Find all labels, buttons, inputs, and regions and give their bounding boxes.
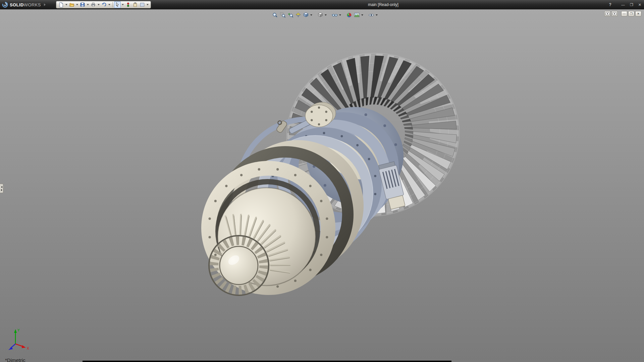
- view-orientation-button[interactable]: [303, 12, 309, 18]
- previous-view-icon: [287, 12, 293, 18]
- select-cursor-icon: [115, 2, 120, 7]
- open-button[interactable]: [68, 1, 75, 8]
- view-orientation-cube-icon: [303, 12, 309, 18]
- display-style-button[interactable]: [317, 12, 324, 18]
- taskbar-sliver: [83, 361, 451, 362]
- splitter-right-arrow-icon: [1, 189, 2, 191]
- window-controls: ? — ❐ ✕: [609, 0, 641, 9]
- design-table-icon: [140, 2, 145, 7]
- apply-scene-button[interactable]: [354, 12, 360, 18]
- close-document-button[interactable]: ✕: [635, 11, 641, 16]
- zoom-to-fit-button[interactable]: [272, 12, 278, 18]
- print-button[interactable]: [90, 1, 97, 8]
- view-settings-button[interactable]: [368, 12, 375, 18]
- select-dropdown-caret[interactable]: [122, 4, 124, 5]
- hide-show-items-button[interactable]: [331, 12, 338, 18]
- print-icon: [91, 2, 96, 7]
- save-floppy-icon: [80, 2, 85, 7]
- display-style-caret[interactable]: [325, 14, 327, 16]
- section-view-icon: [295, 12, 301, 18]
- app-name-solid: SOLID: [10, 2, 24, 7]
- view-orientation-label: *Dimetric: [5, 357, 25, 362]
- new-document-icon: [58, 2, 64, 7]
- help-button[interactable]: ?: [609, 2, 611, 7]
- pane-left-icon: [605, 12, 609, 15]
- open-dropdown-caret[interactable]: [76, 4, 78, 5]
- previous-document-button[interactable]: [604, 11, 610, 16]
- view-settings-eye-icon: [368, 12, 374, 18]
- apply-scene-caret[interactable]: [361, 14, 363, 16]
- undo-dropdown-caret[interactable]: [108, 4, 110, 5]
- previous-view-button[interactable]: [287, 12, 294, 18]
- titlebar: SOLIDWORKS main [Read-on: [0, 0, 644, 9]
- clipboard-button[interactable]: [132, 1, 139, 8]
- close-window-button[interactable]: ✕: [638, 3, 641, 7]
- minimize-document-button[interactable]: —: [621, 11, 627, 16]
- solidworks-logo: SOLIDWORKS: [2, 0, 46, 9]
- app-name: SOLIDWORKS: [10, 2, 41, 7]
- undo-button[interactable]: [101, 1, 107, 8]
- design-table-dropdown-caret[interactable]: [147, 4, 149, 5]
- chevron-right-icon: [44, 3, 46, 6]
- edit-appearance-button[interactable]: [346, 12, 353, 18]
- pane-right-icon: [612, 12, 616, 15]
- edit-appearance-ball-icon: [346, 12, 352, 18]
- document-window-controls: — ❐ ✕: [604, 11, 641, 16]
- clipboard-icon: [132, 2, 138, 7]
- select-button[interactable]: [114, 1, 121, 8]
- zoom-to-fit-icon: [272, 12, 278, 18]
- feature-tree-splitter-tab[interactable]: [0, 184, 3, 193]
- selection-filter-icon: [125, 2, 131, 7]
- app-name-works: WORKS: [24, 2, 41, 7]
- minimize-window-button[interactable]: —: [621, 3, 625, 7]
- graphics-area[interactable]: — ❐ ✕ Y X *Dimetric: [0, 9, 644, 362]
- selection-filter-button[interactable]: [125, 1, 131, 8]
- zoom-to-area-button[interactable]: [279, 12, 286, 18]
- document-title: main [Read-only]: [368, 0, 398, 9]
- print-dropdown-caret[interactable]: [98, 4, 100, 5]
- new-dropdown-caret[interactable]: [65, 4, 67, 5]
- restore-document-button[interactable]: ❐: [628, 11, 634, 16]
- section-view-button[interactable]: [295, 12, 302, 18]
- next-document-button[interactable]: [611, 11, 618, 16]
- undo-arrow-icon: [101, 2, 107, 7]
- solidworks-window: { "titlebar": { "app_bold": "SOLID", "ap…: [0, 0, 644, 362]
- toolbar-separator: [112, 2, 113, 7]
- splitter-left-arrow-icon: [1, 186, 2, 188]
- standard-toolbar: [56, 1, 151, 8]
- hide-show-caret[interactable]: [339, 14, 341, 16]
- apply-scene-icon: [354, 12, 360, 18]
- new-document-button[interactable]: [58, 1, 64, 8]
- open-folder-icon: [69, 2, 74, 7]
- 3ds-logo-icon: [2, 2, 8, 8]
- maximize-window-button[interactable]: ❐: [630, 3, 633, 7]
- save-button[interactable]: [79, 1, 86, 8]
- save-dropdown-caret[interactable]: [87, 4, 89, 5]
- view-settings-caret[interactable]: [376, 14, 378, 16]
- display-style-icon: [317, 12, 323, 18]
- hide-show-glasses-icon: [332, 12, 338, 18]
- jet-engine-model[interactable]: [0, 9, 644, 362]
- view-orientation-caret[interactable]: [310, 14, 312, 16]
- heads-up-view-toolbar: [272, 12, 378, 18]
- design-table-button[interactable]: [139, 1, 146, 8]
- zoom-to-area-icon: [280, 12, 286, 18]
